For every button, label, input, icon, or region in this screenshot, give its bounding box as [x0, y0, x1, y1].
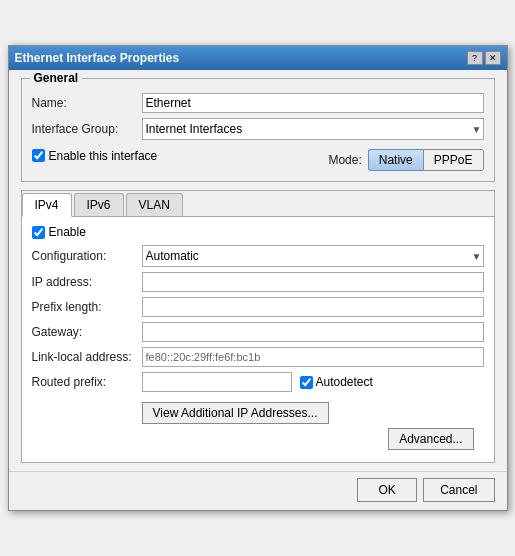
dialog-title: Ethernet Interface Properties	[15, 51, 180, 65]
config-select[interactable]: Automatic Static DHCP	[142, 245, 484, 267]
tab-ipv4[interactable]: IPv4	[22, 193, 72, 217]
interface-group-row: Interface Group: Internet Interfaces ▼	[32, 118, 484, 140]
dialog-footer: OK Cancel	[9, 471, 507, 510]
mode-native-button[interactable]: Native	[368, 149, 423, 171]
cancel-button[interactable]: Cancel	[423, 478, 494, 502]
ip-address-label: IP address:	[32, 275, 142, 289]
prefix-length-row: Prefix length:	[32, 297, 484, 317]
autodetect-label[interactable]: Autodetect	[316, 375, 373, 389]
autodetect-wrapper: Autodetect	[300, 375, 373, 389]
mode-pppoe-button[interactable]: PPPoE	[423, 149, 484, 171]
config-select-wrapper: Automatic Static DHCP ▼	[142, 245, 484, 267]
advanced-row: Advanced...	[32, 424, 484, 454]
view-additional-button[interactable]: View Additional IP Addresses...	[142, 402, 329, 424]
routed-prefix-row: Routed prefix: Autodetect	[32, 372, 484, 392]
autodetect-checkbox[interactable]	[300, 376, 313, 389]
routed-prefix-label: Routed prefix:	[32, 375, 142, 389]
name-input[interactable]	[142, 93, 484, 113]
general-group-title: General	[30, 71, 83, 85]
ethernet-interface-dialog: Ethernet Interface Properties ? ✕ Genera…	[8, 45, 508, 511]
tab-bar: IPv4 IPv6 VLAN	[22, 191, 494, 217]
interface-group-select[interactable]: Internet Interfaces	[142, 118, 484, 140]
name-row: Name:	[32, 93, 484, 113]
link-local-label: Link-local address:	[32, 350, 142, 364]
link-local-row: Link-local address:	[32, 347, 484, 367]
gateway-row: Gateway:	[32, 322, 484, 342]
close-button[interactable]: ✕	[485, 51, 501, 65]
tab-ipv6[interactable]: IPv6	[74, 193, 124, 216]
title-bar-buttons: ? ✕	[467, 51, 501, 65]
ipv4-enable-label[interactable]: Enable	[49, 225, 86, 239]
prefix-length-label: Prefix length:	[32, 300, 142, 314]
ipv4-tab-content: Enable Configuration: Automatic Static D…	[22, 217, 494, 462]
ok-button[interactable]: OK	[357, 478, 417, 502]
enable-row: Enable this interface	[32, 149, 158, 163]
name-label: Name:	[32, 96, 142, 110]
help-button[interactable]: ?	[467, 51, 483, 65]
routed-prefix-input[interactable]	[142, 372, 292, 392]
mode-label: Mode:	[328, 153, 361, 167]
ipv4-enable-row: Enable	[32, 225, 484, 239]
gateway-input[interactable]	[142, 322, 484, 342]
title-bar: Ethernet Interface Properties ? ✕	[9, 46, 507, 70]
advanced-button[interactable]: Advanced...	[388, 428, 473, 450]
tab-vlan[interactable]: VLAN	[126, 193, 183, 216]
ipv4-enable-checkbox[interactable]	[32, 226, 45, 239]
dialog-content: General Name: Interface Group: Internet …	[9, 70, 507, 471]
ip-address-row: IP address:	[32, 272, 484, 292]
interface-group-label: Interface Group:	[32, 122, 142, 136]
config-row: Configuration: Automatic Static DHCP ▼	[32, 245, 484, 267]
interface-group-select-wrapper: Internet Interfaces ▼	[142, 118, 484, 140]
gateway-label: Gateway:	[32, 325, 142, 339]
enable-label[interactable]: Enable this interface	[49, 149, 158, 163]
prefix-length-input[interactable]	[142, 297, 484, 317]
general-group: General Name: Interface Group: Internet …	[21, 78, 495, 182]
mode-row: Mode: Native PPPoE	[328, 149, 483, 171]
ip-address-input[interactable]	[142, 272, 484, 292]
link-local-input[interactable]	[142, 347, 484, 367]
enable-checkbox[interactable]	[32, 149, 45, 162]
tabs-container: IPv4 IPv6 VLAN Enable Configuration: Aut…	[21, 190, 495, 463]
config-label: Configuration:	[32, 249, 142, 263]
